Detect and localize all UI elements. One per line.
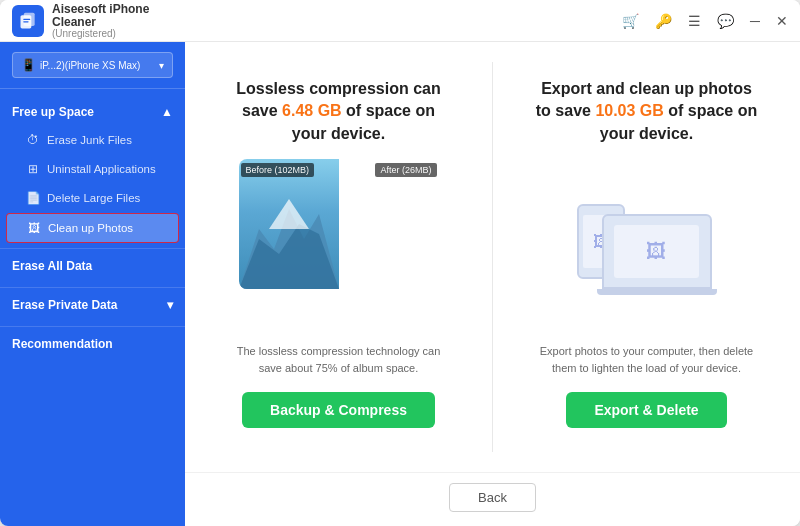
sidebar-item-clean-photos[interactable]: 🖼 Clean up Photos bbox=[6, 213, 179, 243]
titlebar: Aiseesoft iPhone Cleaner (Unregistered) … bbox=[0, 0, 800, 42]
photo-compare: Before (102MB) After (26MB) bbox=[239, 159, 439, 289]
free-up-space-section: Free up Space ▲ ⏱ Erase Junk Files ⊞ Uni… bbox=[0, 99, 185, 244]
sidebar-item-delete-large[interactable]: 📄 Delete Large Files bbox=[6, 184, 179, 212]
clock-icon: ⏱ bbox=[26, 133, 40, 147]
app-logo bbox=[12, 5, 44, 37]
compress-title: Lossless compression can save 6.48 GB of… bbox=[225, 78, 452, 145]
compress-card: Lossless compression can save 6.48 GB of… bbox=[205, 62, 472, 452]
recommendation-section[interactable]: Recommendation bbox=[0, 326, 185, 361]
main-content: Lossless compression can save 6.48 GB of… bbox=[185, 42, 800, 526]
photo-icon: 🖼 bbox=[27, 221, 41, 235]
device-selector: 📱 iP...2)(iPhone XS Max) ▾ bbox=[0, 42, 185, 89]
export-title: Export and clean up photos to save 10.03… bbox=[533, 78, 760, 145]
export-delete-button[interactable]: Export & Delete bbox=[566, 392, 726, 428]
laptop-photo-icon: 🖼 bbox=[646, 240, 666, 263]
export-description: Export photos to your computer, then del… bbox=[533, 301, 760, 376]
after-label: After (26MB) bbox=[375, 163, 436, 177]
laptop-screen: 🖼 bbox=[614, 225, 699, 278]
apps-icon: ⊞ bbox=[26, 162, 40, 176]
erase-private-section[interactable]: Erase Private Data ▾ bbox=[0, 287, 185, 322]
vertical-divider bbox=[492, 62, 493, 452]
svg-marker-4 bbox=[269, 199, 309, 229]
compare-divider bbox=[339, 159, 341, 289]
bottom-bar: Back bbox=[185, 472, 800, 526]
key-icon[interactable]: 🔑 bbox=[655, 13, 672, 29]
export-card: Export and clean up photos to save 10.03… bbox=[513, 62, 780, 452]
compress-description: The lossless compression technology can … bbox=[225, 301, 452, 376]
window-controls: 🛒 🔑 ☰ 💬 ─ ✕ bbox=[622, 13, 788, 29]
back-button[interactable]: Back bbox=[449, 483, 536, 512]
sidebar-item-erase-junk[interactable]: ⏱ Erase Junk Files bbox=[6, 126, 179, 154]
chevron-down-icon: ▾ bbox=[159, 60, 164, 71]
photo-before bbox=[239, 159, 339, 289]
laptop-body: 🖼 bbox=[602, 214, 712, 289]
app-title: Aiseesoft iPhone Cleaner (Unregistered) bbox=[52, 2, 622, 39]
chat-icon[interactable]: 💬 bbox=[717, 13, 734, 29]
sidebar: 📱 iP...2)(iPhone XS Max) ▾ Free up Space… bbox=[0, 42, 185, 526]
erase-all-section[interactable]: Erase All Data bbox=[0, 248, 185, 283]
chevron-up-icon: ▲ bbox=[161, 105, 173, 119]
free-up-space-header[interactable]: Free up Space ▲ bbox=[0, 99, 185, 125]
device-button[interactable]: 📱 iP...2)(iPhone XS Max) ▾ bbox=[12, 52, 173, 78]
phone-icon: 📱 bbox=[21, 58, 36, 72]
laptop-base bbox=[597, 289, 717, 295]
chevron-down-icon: ▾ bbox=[167, 298, 173, 312]
export-illustration: 🖼 → 🖼 bbox=[567, 159, 727, 289]
cart-icon[interactable]: 🛒 bbox=[622, 13, 639, 29]
menu-icon[interactable]: ☰ bbox=[688, 13, 701, 29]
minimize-icon[interactable]: ─ bbox=[750, 13, 760, 29]
device-label: iP...2)(iPhone XS Max) bbox=[40, 60, 140, 71]
close-icon[interactable]: ✕ bbox=[776, 13, 788, 29]
before-label: Before (102MB) bbox=[241, 163, 315, 177]
sidebar-item-uninstall[interactable]: ⊞ Uninstall Applications bbox=[6, 155, 179, 183]
file-icon: 📄 bbox=[26, 191, 40, 205]
backup-compress-button[interactable]: Backup & Compress bbox=[242, 392, 435, 428]
